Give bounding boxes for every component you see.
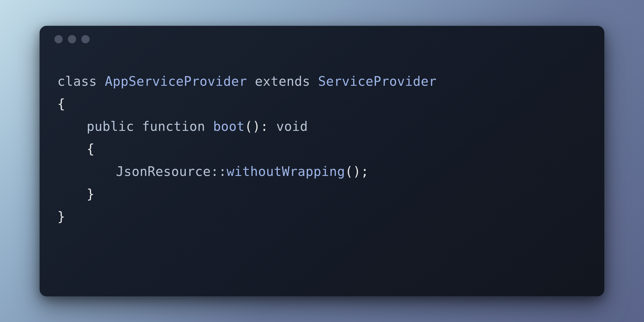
brace-open: {: [87, 141, 95, 156]
maximize-icon[interactable]: [81, 35, 90, 43]
code-window: class AppServiceProvider extends Service…: [40, 26, 604, 297]
code-line-2: {: [57, 93, 587, 115]
class-name: AppServiceProvider: [105, 74, 247, 89]
keyword-public: public: [87, 119, 134, 134]
code-line-4: {: [57, 138, 587, 160]
brace-close: }: [57, 209, 65, 224]
parent-class: ServiceProvider: [318, 74, 437, 89]
parentheses: (): [245, 119, 261, 134]
method-call: withoutWrapping: [227, 164, 345, 179]
minimize-icon[interactable]: [68, 35, 76, 43]
brace-close: }: [87, 186, 95, 201]
code-line-7: }: [57, 205, 587, 228]
parentheses: (): [345, 164, 361, 179]
code-line-3: public function boot(): void: [57, 115, 587, 138]
scope-operator: ::: [211, 164, 227, 179]
close-icon[interactable]: [54, 35, 63, 43]
window-title-bar: [40, 26, 604, 52]
return-type: void: [276, 119, 308, 134]
brace-open: {: [57, 96, 65, 111]
semicolon: ;: [361, 164, 369, 179]
code-content: class AppServiceProvider extends Service…: [40, 52, 604, 296]
keyword-function: function: [142, 119, 205, 134]
code-line-6: }: [57, 183, 587, 205]
code-line-5: JsonResource::withoutWrapping();: [57, 160, 587, 183]
keyword-class: class: [57, 74, 97, 89]
method-name: boot: [213, 119, 245, 134]
keyword-extends: extends: [255, 74, 310, 89]
colon: :: [261, 119, 268, 134]
code-line-1: class AppServiceProvider extends Service…: [57, 70, 587, 93]
static-class-name: JsonResource: [116, 164, 211, 179]
